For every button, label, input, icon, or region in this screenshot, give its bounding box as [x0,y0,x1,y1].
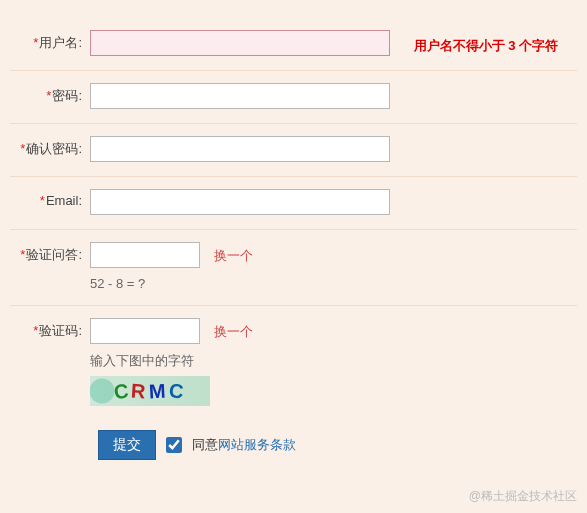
secqa-question: 52 - 8 = ? [90,276,577,291]
label-username: *用户名: [10,30,90,52]
captcha-char: R [131,379,150,403]
secqa-refresh-link[interactable]: 换一个 [214,247,253,265]
captcha-hint: 输入下图中的字符 [90,352,577,370]
row-username: *用户名: 用户名不得小于 3 个字符 [10,18,577,71]
registration-form: *用户名: 用户名不得小于 3 个字符 *密码: *确认密码: *Email: … [0,0,587,460]
captcha-image[interactable]: C R M C [90,376,210,406]
username-error: 用户名不得小于 3 个字符 [414,33,558,55]
password2-input[interactable] [90,136,390,162]
row-captcha: *验证码: 换一个 输入下图中的字符 C R M C [10,306,577,420]
label-password: *密码: [10,83,90,105]
captcha-char: M [148,379,169,403]
label-captcha: *验证码: [10,318,90,340]
row-password2: *确认密码: [10,124,577,177]
username-input[interactable] [90,30,390,56]
terms-link[interactable]: 网站服务条款 [218,437,296,452]
secqa-input[interactable] [90,242,200,268]
row-secqa: *验证问答: 换一个 52 - 8 = ? [10,230,577,306]
label-password2: *确认密码: [10,136,90,158]
email-input[interactable] [90,189,390,215]
fieldwrap-username: 用户名不得小于 3 个字符 [90,30,577,56]
submit-row: 提交 同意网站服务条款 [10,420,577,460]
label-email: *Email: [10,189,90,208]
captcha-refresh-link[interactable]: 换一个 [214,323,253,341]
agree-text: 同意网站服务条款 [192,436,296,454]
password-input[interactable] [90,83,390,109]
row-email: *Email: [10,177,577,230]
captcha-char: C [168,379,187,403]
agree-checkbox[interactable] [166,437,182,453]
row-password: *密码: [10,71,577,124]
watermark: @稀土掘金技术社区 [469,488,577,505]
label-secqa: *验证问答: [10,242,90,264]
submit-button[interactable]: 提交 [98,430,156,460]
captcha-input[interactable] [90,318,200,344]
